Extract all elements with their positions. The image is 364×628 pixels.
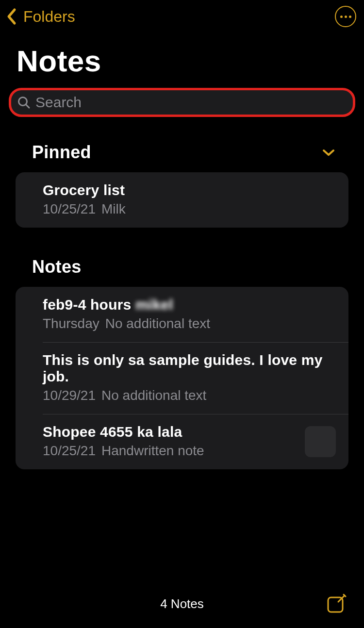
note-date: 10/25/21 (43, 201, 96, 216)
note-row[interactable]: Shopee 4655 ka lala 10/25/21Handwritten … (16, 414, 348, 469)
note-date: 10/29/21 (43, 388, 96, 403)
note-subtitle: ThursdayNo additional text (43, 316, 335, 331)
section-header-notes: Notes (0, 228, 364, 284)
section-title-pinned: Pinned (32, 142, 91, 163)
note-date: 10/25/21 (43, 443, 96, 458)
compose-button[interactable] (326, 594, 347, 614)
chevron-down-icon (322, 149, 335, 156)
note-title: Grocery list (43, 182, 335, 198)
footer: 4 Notes (0, 579, 364, 628)
note-title: feb9-4 hours mikel (43, 297, 335, 313)
more-button[interactable] (335, 6, 356, 27)
ellipsis-icon (349, 16, 351, 18)
pinned-card: Grocery list 10/25/21Milk (16, 172, 348, 228)
svg-line-3 (338, 595, 345, 602)
note-title-blurred: mikel (135, 297, 173, 313)
note-subtitle: 10/25/21Handwritten note (43, 443, 335, 459)
note-date: Thursday (43, 316, 99, 331)
search-icon (17, 96, 31, 109)
note-row[interactable]: This is only sa sample guides. I love my… (16, 342, 348, 414)
notes-card: feb9-4 hours mikel ThursdayNo additional… (16, 287, 348, 469)
page-title: Notes (0, 29, 364, 84)
note-subtitle: 10/25/21Milk (43, 201, 335, 217)
notes-count: 4 Notes (160, 596, 204, 611)
top-nav: Folders (0, 0, 364, 29)
note-subtitle: 10/29/21No additional text (43, 388, 335, 403)
note-title: Shopee 4655 ka lala (43, 424, 335, 440)
back-label: Folders (23, 8, 75, 26)
back-button[interactable]: Folders (3, 8, 75, 26)
search-input[interactable] (35, 94, 347, 111)
note-preview: No additional text (101, 388, 206, 403)
search-field[interactable] (9, 88, 355, 117)
note-title: This is only sa sample guides. I love my… (43, 352, 335, 385)
note-row[interactable]: feb9-4 hours mikel ThursdayNo additional… (16, 287, 348, 342)
section-header-pinned[interactable]: Pinned (0, 117, 364, 169)
chevron-left-icon (6, 8, 17, 25)
ellipsis-icon (340, 16, 343, 18)
note-preview: No additional text (105, 316, 210, 331)
ellipsis-icon (345, 16, 347, 18)
note-thumbnail (305, 426, 336, 457)
note-preview: Milk (101, 201, 126, 216)
note-preview: Handwritten note (101, 443, 204, 458)
svg-line-1 (26, 105, 30, 108)
section-title-notes: Notes (32, 257, 82, 277)
note-row[interactable]: Grocery list 10/25/21Milk (16, 172, 348, 228)
